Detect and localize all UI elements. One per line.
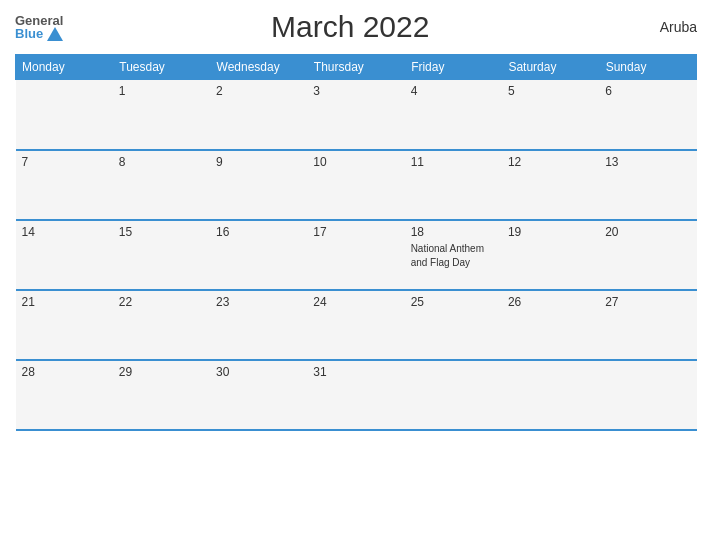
logo-blue-text: Blue [15, 27, 43, 40]
day-number: 6 [605, 84, 690, 98]
weekday-header-friday: Friday [405, 55, 502, 80]
day-cell: 20 [599, 220, 696, 290]
week-row-3: 1415161718National Anthem and Flag Day19… [16, 220, 697, 290]
day-number: 11 [411, 155, 496, 169]
day-cell: 21 [16, 290, 113, 360]
day-cell: 19 [502, 220, 599, 290]
weekday-header-tuesday: Tuesday [113, 55, 210, 80]
day-number: 19 [508, 225, 593, 239]
week-row-2: 78910111213 [16, 150, 697, 220]
weekday-header-row: MondayTuesdayWednesdayThursdayFridaySatu… [16, 55, 697, 80]
day-cell: 4 [405, 80, 502, 150]
day-cell: 10 [307, 150, 404, 220]
day-cell [599, 360, 696, 430]
day-number: 2 [216, 84, 301, 98]
day-cell [502, 360, 599, 430]
day-number: 16 [216, 225, 301, 239]
calendar-container: General Blue March 2022 Aruba MondayTues… [0, 0, 712, 550]
calendar-title: March 2022 [63, 10, 637, 44]
day-cell: 17 [307, 220, 404, 290]
day-number: 28 [22, 365, 107, 379]
day-cell: 9 [210, 150, 307, 220]
day-number: 13 [605, 155, 690, 169]
day-number: 31 [313, 365, 398, 379]
day-number: 5 [508, 84, 593, 98]
day-cell: 22 [113, 290, 210, 360]
day-cell: 16 [210, 220, 307, 290]
day-cell: 3 [307, 80, 404, 150]
day-number: 27 [605, 295, 690, 309]
day-number: 24 [313, 295, 398, 309]
day-cell [405, 360, 502, 430]
day-cell: 26 [502, 290, 599, 360]
day-cell: 8 [113, 150, 210, 220]
day-number: 1 [119, 84, 204, 98]
day-cell: 1 [113, 80, 210, 150]
day-cell: 24 [307, 290, 404, 360]
day-cell: 28 [16, 360, 113, 430]
day-number: 21 [22, 295, 107, 309]
day-cell: 27 [599, 290, 696, 360]
day-number: 9 [216, 155, 301, 169]
day-number: 26 [508, 295, 593, 309]
weekday-header-monday: Monday [16, 55, 113, 80]
day-number: 30 [216, 365, 301, 379]
logo-triangle-icon [47, 27, 63, 41]
day-number: 25 [411, 295, 496, 309]
logo: General Blue [15, 14, 63, 41]
day-number: 12 [508, 155, 593, 169]
day-number: 29 [119, 365, 204, 379]
day-cell: 23 [210, 290, 307, 360]
day-cell: 13 [599, 150, 696, 220]
day-number: 3 [313, 84, 398, 98]
day-cell [16, 80, 113, 150]
country-label: Aruba [637, 19, 697, 35]
day-cell: 30 [210, 360, 307, 430]
day-number: 17 [313, 225, 398, 239]
day-cell: 18National Anthem and Flag Day [405, 220, 502, 290]
day-cell: 7 [16, 150, 113, 220]
event-label: National Anthem and Flag Day [411, 243, 484, 268]
day-number: 15 [119, 225, 204, 239]
day-number: 4 [411, 84, 496, 98]
day-cell: 12 [502, 150, 599, 220]
day-cell: 5 [502, 80, 599, 150]
day-cell: 6 [599, 80, 696, 150]
week-row-4: 21222324252627 [16, 290, 697, 360]
weekday-header-saturday: Saturday [502, 55, 599, 80]
calendar-table: MondayTuesdayWednesdayThursdayFridaySatu… [15, 54, 697, 431]
week-row-5: 28293031 [16, 360, 697, 430]
day-cell: 14 [16, 220, 113, 290]
day-cell: 2 [210, 80, 307, 150]
day-number: 7 [22, 155, 107, 169]
weekday-header-thursday: Thursday [307, 55, 404, 80]
week-row-1: 123456 [16, 80, 697, 150]
day-number: 23 [216, 295, 301, 309]
logo-general-text: General [15, 14, 63, 27]
weekday-header-sunday: Sunday [599, 55, 696, 80]
day-cell: 11 [405, 150, 502, 220]
calendar-header: General Blue March 2022 Aruba [15, 10, 697, 44]
day-number: 22 [119, 295, 204, 309]
day-cell: 15 [113, 220, 210, 290]
day-number: 18 [411, 225, 496, 239]
weekday-header-wednesday: Wednesday [210, 55, 307, 80]
day-cell: 25 [405, 290, 502, 360]
day-cell: 29 [113, 360, 210, 430]
day-number: 10 [313, 155, 398, 169]
day-number: 8 [119, 155, 204, 169]
day-number: 14 [22, 225, 107, 239]
day-cell: 31 [307, 360, 404, 430]
day-number: 20 [605, 225, 690, 239]
